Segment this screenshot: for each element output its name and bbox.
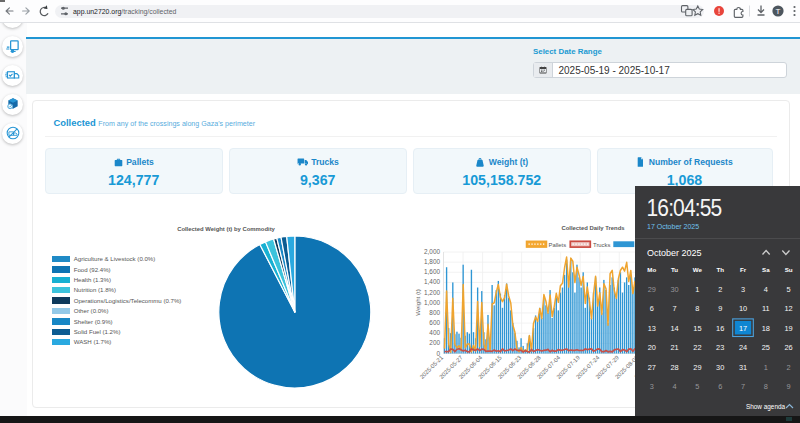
svg-text:29: 29	[648, 285, 656, 294]
svg-text:5: 5	[787, 285, 791, 294]
svg-text:9: 9	[718, 304, 722, 313]
svg-text:12: 12	[784, 304, 792, 313]
svg-text:4: 4	[764, 285, 768, 294]
svg-text:16: 16	[716, 324, 724, 333]
svg-text:1: 1	[764, 363, 768, 372]
svg-text:7: 7	[673, 304, 677, 313]
svg-text:30: 30	[716, 363, 724, 372]
svg-text:26: 26	[784, 343, 792, 352]
svg-text:28: 28	[670, 363, 678, 372]
svg-text:1: 1	[695, 285, 699, 294]
svg-text:19: 19	[784, 324, 792, 333]
svg-text:3: 3	[741, 285, 745, 294]
svg-text:6: 6	[718, 382, 722, 391]
svg-text:16:04:55: 16:04:55	[647, 195, 722, 221]
svg-text:10: 10	[739, 304, 747, 313]
svg-text:25: 25	[762, 343, 770, 352]
svg-text:Tu: Tu	[671, 266, 678, 273]
svg-text:Su: Su	[785, 266, 793, 273]
svg-text:29: 29	[693, 363, 701, 372]
svg-text:21: 21	[670, 343, 678, 352]
svg-text:31: 31	[739, 363, 747, 372]
svg-text:Fr: Fr	[740, 266, 747, 273]
svg-text:17 October 2025: 17 October 2025	[647, 223, 699, 230]
svg-text:Mo: Mo	[647, 266, 656, 273]
svg-text:2: 2	[718, 285, 722, 294]
svg-text:We: We	[693, 266, 703, 273]
svg-text:Sa: Sa	[762, 266, 770, 273]
svg-text:18: 18	[762, 324, 770, 333]
svg-text:13: 13	[648, 324, 656, 333]
svg-text:8: 8	[695, 304, 699, 313]
svg-text:22: 22	[693, 343, 701, 352]
svg-text:7: 7	[741, 382, 745, 391]
svg-text:27: 27	[648, 363, 656, 372]
svg-text:4: 4	[673, 382, 677, 391]
svg-text:2: 2	[787, 363, 791, 372]
svg-text:3: 3	[650, 382, 654, 391]
svg-text:11: 11	[762, 304, 770, 313]
svg-text:October 2025: October 2025	[647, 248, 702, 258]
svg-text:14: 14	[670, 324, 678, 333]
svg-text:8: 8	[764, 382, 768, 391]
svg-text:24: 24	[739, 343, 747, 352]
svg-text:20: 20	[648, 343, 656, 352]
svg-text:23: 23	[716, 343, 724, 352]
svg-text:6: 6	[650, 304, 654, 313]
svg-text:Th: Th	[716, 266, 724, 273]
svg-text:5: 5	[695, 382, 699, 391]
svg-text:17: 17	[739, 324, 747, 333]
svg-text:Show agenda: Show agenda	[746, 403, 786, 411]
svg-text:30: 30	[670, 285, 678, 294]
svg-text:9: 9	[787, 382, 791, 391]
svg-text:15: 15	[693, 324, 701, 333]
